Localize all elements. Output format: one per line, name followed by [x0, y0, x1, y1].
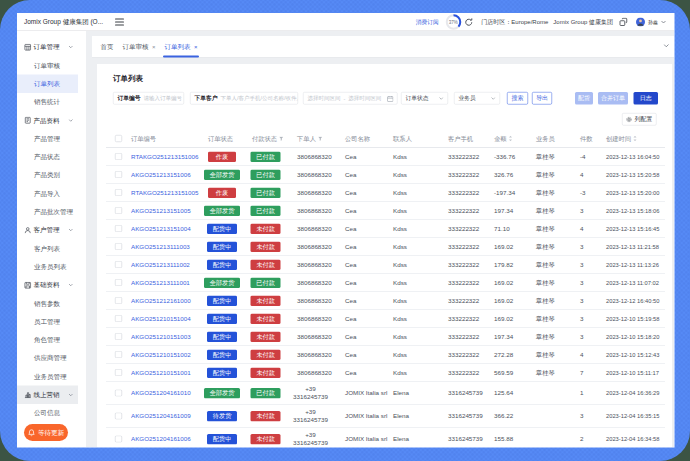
sidebar-collapse-button[interactable]: [115, 19, 124, 26]
order-link[interactable]: AKGO251213151006: [131, 171, 191, 178]
filter-label: 下单客户: [195, 95, 218, 103]
sidebar-item-11[interactable]: 客户列表: [17, 239, 78, 257]
created-cell: 2023-12-10 15:18:20: [604, 334, 665, 340]
sidebar-item-6[interactable]: 产品状态: [17, 148, 78, 166]
row-checkbox[interactable]: [115, 436, 122, 443]
contact-cell: Kdss: [390, 333, 445, 340]
select-all-checkbox[interactable]: [115, 135, 122, 142]
tab-list-chevron-icon[interactable]: [664, 44, 670, 48]
sidebar-item-3[interactable]: 销售统计: [17, 93, 78, 111]
row-checkbox[interactable]: [115, 243, 122, 250]
column-config-button[interactable]: 列配置: [622, 113, 657, 126]
sidebar-item-0[interactable]: 订单管理: [17, 38, 78, 56]
switch-org-icon[interactable]: [619, 18, 628, 27]
row-checkbox[interactable]: [115, 225, 122, 232]
close-icon[interactable]: ×: [194, 44, 198, 50]
tab-home[interactable]: 首页: [96, 36, 118, 58]
column-header[interactable]: 付款状态: [244, 134, 287, 143]
order-no-input[interactable]: 订单编号请输入订单编号: [113, 92, 184, 105]
column-header: 公司名称: [341, 134, 390, 143]
row-checkbox[interactable]: [115, 279, 122, 286]
sidebar-item-18[interactable]: 业务员管理: [17, 367, 78, 385]
row-checkbox[interactable]: [115, 333, 122, 340]
phone-cell: 333222322: [445, 261, 492, 268]
buyer-cell: 3806868320: [287, 296, 341, 304]
customer-input[interactable]: 下单客户下单人/客户手机/公司名称/收件人: [190, 92, 298, 105]
sidebar-item-19[interactable]: 线上营销: [17, 386, 78, 404]
sidebar-item-5[interactable]: 产品管理: [17, 129, 78, 147]
merge-orders-button[interactable]: 合并订单: [598, 92, 628, 105]
order-link[interactable]: AKGO251210151003: [131, 333, 191, 340]
order-status-badge: 配货中: [207, 241, 237, 252]
sidebar-item-15[interactable]: 员工管理: [17, 312, 78, 330]
row-checkbox[interactable]: [115, 413, 122, 420]
phone-cell: 333222322: [445, 207, 492, 214]
column-header[interactable]: 下单人: [287, 134, 341, 143]
user-menu[interactable]: 孙鑫: [636, 18, 666, 27]
created-cell: 2023-12-10 15:11:17: [604, 370, 665, 376]
export-button[interactable]: 导出: [532, 92, 552, 105]
row-checkbox[interactable]: [115, 153, 122, 160]
row-checkbox[interactable]: [115, 207, 122, 214]
sidebar-item-10[interactable]: 客户管理: [17, 221, 78, 239]
tab-order-review[interactable]: 订单审核×: [118, 36, 160, 58]
sidebar-item-16[interactable]: 角色管理: [17, 331, 78, 349]
buyer-cell: 3806868320: [287, 260, 341, 268]
column-header[interactable]: 金额: [492, 134, 534, 143]
sidebar-item-8[interactable]: 产品导入: [17, 184, 78, 202]
order-link[interactable]: RTAKGO251213151005: [131, 189, 199, 196]
allocate-button[interactable]: 配货: [575, 92, 593, 105]
sidebar-item-4[interactable]: 产品资料: [17, 111, 78, 129]
row-checkbox[interactable]: [115, 315, 122, 322]
order-link[interactable]: AKGO251212161000: [131, 297, 191, 304]
order-link[interactable]: AKGO251204161006: [131, 436, 191, 443]
salesman-select[interactable]: 业务员: [454, 92, 500, 105]
sidebar-item-1[interactable]: 订单审核: [17, 56, 78, 74]
order-link[interactable]: AKGO251213111002: [131, 261, 190, 268]
order-link[interactable]: AKGO251213111001: [131, 279, 190, 286]
amount-cell: 326.76: [492, 171, 534, 178]
order-link[interactable]: AKGO251204161009: [131, 413, 191, 420]
sidebar-item-14[interactable]: 销售参数: [17, 294, 78, 312]
order-link[interactable]: AKGO251213151004: [131, 225, 191, 232]
sidebar-item-label: 产品类别: [34, 171, 60, 180]
close-icon[interactable]: ×: [152, 44, 156, 50]
row-checkbox[interactable]: [115, 297, 122, 304]
store-timezone: 门店时区：Europe/Rome: [481, 18, 548, 27]
sidebar-item-7[interactable]: 产品类别: [17, 166, 78, 184]
refresh-icon[interactable]: [464, 17, 474, 27]
sidebar-item-2[interactable]: 订单列表: [17, 75, 78, 93]
column-header-label: 创建时间: [606, 134, 631, 143]
sidebar-item-label: 产品资料: [34, 116, 60, 125]
sidebar-item-13[interactable]: 基础资料: [17, 276, 78, 294]
order-link[interactable]: RTAKGO251213151006: [131, 153, 199, 160]
date-range-input[interactable]: 选择时间区间 - 选择时间区间: [303, 92, 398, 105]
row-checkbox[interactable]: [115, 369, 122, 376]
row-checkbox[interactable]: [115, 261, 122, 268]
row-checkbox[interactable]: [115, 351, 122, 358]
order-link[interactable]: AKGO251210151001: [131, 369, 191, 376]
sidebar-item-17[interactable]: 供应商管理: [17, 349, 78, 367]
row-checkbox[interactable]: [115, 189, 122, 196]
contact-cell: Elena: [390, 390, 445, 397]
column-header[interactable]: 创建时间: [604, 134, 665, 143]
subscribe-link[interactable]: 消费订阅: [416, 18, 439, 26]
sidebar-item-12[interactable]: 业务员列表: [17, 258, 78, 276]
sidebar-item-9[interactable]: 产品批次管理: [17, 203, 78, 221]
order-link[interactable]: AKGO251210151002: [131, 351, 191, 358]
row-checkbox[interactable]: [115, 171, 122, 178]
search-button[interactable]: 搜索: [507, 92, 528, 105]
tab-order-list[interactable]: 订单列表×: [160, 36, 202, 58]
row-checkbox[interactable]: [115, 390, 122, 397]
update-button[interactable]: 等待更新: [24, 424, 68, 441]
log-button[interactable]: 日志: [634, 92, 659, 105]
sidebar-item-icon: [24, 117, 32, 125]
order-link[interactable]: AKGO251210151004: [131, 315, 191, 322]
order-status-select[interactable]: 订单状态: [401, 92, 448, 105]
order-link[interactable]: AKGO251204161010: [131, 390, 191, 397]
table-row: AKGO251210151002 配货中 未付款 3806868320 Cea …: [106, 346, 665, 364]
order-link[interactable]: AKGO251213111003: [131, 243, 190, 250]
marketing-icon: [24, 391, 32, 399]
order-link[interactable]: AKGO251213151005: [131, 207, 191, 214]
sidebar-item-20[interactable]: 公司信息: [17, 404, 78, 422]
